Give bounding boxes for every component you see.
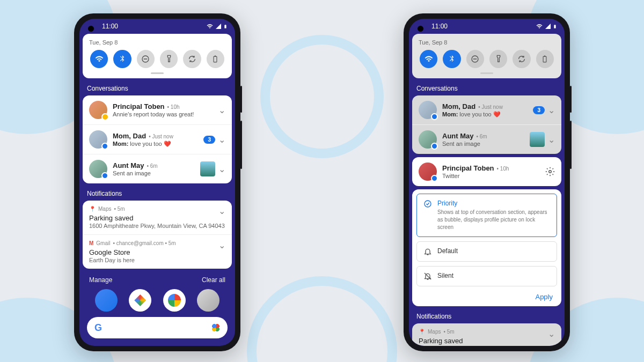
app-badge-icon [431,113,438,120]
chevron-down-icon[interactable]: ⌄ [548,105,555,115]
flashlight-tile[interactable] [160,50,178,68]
rotate-tile[interactable] [183,50,201,68]
conversation-item[interactable]: Aunt May• 6m Sent an image ⌄ [83,154,232,183]
app-badge-icon [431,175,438,182]
avatar [419,130,437,149]
svg-rect-2 [214,56,217,62]
wifi-icon [536,23,543,29]
avatar [89,130,107,149]
signal-icon [215,23,222,29]
wifi-tile[interactable] [420,50,437,68]
home-dock [79,288,235,317]
battery-icon [553,23,557,30]
rotate-tile[interactable] [513,50,530,68]
app-badge-icon [101,172,108,179]
status-bar: 11:00 [409,19,565,34]
image-thumbnail [530,132,545,147]
assistant-icon[interactable] [211,323,220,332]
conversation-item[interactable]: Mom, Dad• Just now Mom:love you too❤️ 3 … [83,125,232,154]
avatar [419,101,437,119]
notification-item[interactable]: MGmail• chance@gmail.com • 5m Google Sto… [83,235,232,269]
bell-off-icon [423,272,432,280]
chevron-down-icon[interactable]: ⌄ [218,135,225,145]
gear-icon[interactable] [545,167,555,176]
count-badge: 3 [203,136,215,144]
chevron-down-icon[interactable]: ⌄ [218,105,225,115]
messages-app-icon[interactable] [95,289,118,312]
priority-badge-icon [101,113,109,121]
image-thumbnail [200,161,215,176]
notification-item[interactable]: 📍Maps• 5m Parking saved 1600 Amphitheatr… [83,201,232,235]
count-badge: 3 [533,106,545,114]
battery-tile[interactable] [536,50,554,68]
battery-tile[interactable] [207,50,224,68]
notifications-card: 📍Maps• 5m Parking saved 1600 Amphitheatr… [83,201,232,269]
conversations-header: Conversations [79,82,235,95]
dnd-tile[interactable] [137,50,155,68]
flashlight-tile[interactable] [489,50,507,68]
clock: 11:00 [431,23,448,30]
silent-option[interactable]: Silent [416,266,557,286]
chevron-down-icon[interactable]: ⌄ [218,240,225,250]
phone-left: 11:00 Tue, Sep 8 Conversations Principal… [74,13,240,351]
google-logo-icon: G [94,322,102,334]
avatar [89,160,107,178]
bluetooth-tile[interactable] [113,50,131,68]
play-store-app-icon[interactable] [129,289,151,312]
app-badge-icon [101,143,108,150]
chevron-down-icon[interactable]: ⌄ [218,164,225,174]
priority-settings: Priority Shows at top of conversation se… [412,189,561,306]
chevron-down-icon[interactable]: ⌄ [218,206,225,216]
svg-rect-6 [543,56,546,62]
bluetooth-tile[interactable] [443,50,460,68]
conversations-card: Principal Toben• 10h Annie's report toda… [83,95,232,183]
conversation-item[interactable]: Principal Toben• 10h Twitter [412,157,561,186]
chevron-down-icon[interactable]: ⌄ [548,135,555,145]
maps-icon: 📍 [419,329,425,335]
manage-button[interactable]: Manage [89,276,112,284]
conversation-expanded: Principal Toben• 10h Twitter [412,157,561,186]
svg-point-8 [549,171,552,173]
maps-icon: 📍 [89,206,96,212]
quick-settings[interactable]: Tue, Sep 8 [83,34,232,78]
avatar [89,101,107,119]
dnd-tile[interactable] [466,50,484,68]
wifi-tile[interactable] [90,50,108,68]
clear-all-button[interactable]: Clear all [202,276,225,284]
status-bar: 11:00 [79,19,235,34]
notification-item[interactable]: 📍Maps• 5m Parking saved ⌄ [412,323,561,346]
conversations-card: Mom, Dad• Just now Mom:love you too❤️ 3 … [412,95,561,154]
camera-app-icon[interactable] [197,289,219,312]
conversations-header: Conversations [409,82,565,95]
priority-icon [423,200,432,231]
chrome-app-icon[interactable] [163,289,186,312]
bell-icon [423,247,432,256]
chevron-down-icon[interactable]: ⌄ [548,329,555,339]
avatar [419,162,437,181]
app-badge-icon [431,143,438,150]
heart-icon: ❤️ [164,141,171,147]
priority-option[interactable]: Priority Shows at top of conversation se… [416,194,557,237]
conversation-item[interactable]: Aunt May• 6m Sent an image ⌄ [412,125,561,154]
apply-button[interactable]: Apply [416,291,557,302]
qs-date: Tue, Sep 8 [89,39,225,46]
conversation-item[interactable]: Principal Toben• 10h Annie's report toda… [83,95,232,125]
phone-right: 11:00 Tue, Sep 8 Conversations Mom, Dad•… [404,13,570,351]
drag-handle[interactable] [151,72,164,74]
svg-point-9 [425,201,431,207]
quick-settings[interactable]: Tue, Sep 8 [412,34,561,78]
gmail-icon: M [89,240,93,246]
search-bar[interactable]: G [87,317,228,338]
wifi-icon [206,23,214,29]
heart-icon: ❤️ [493,111,501,118]
default-option[interactable]: Default [416,241,557,262]
notifications-header: Notifications [79,187,235,201]
notifications-header: Notifications [409,309,565,323]
battery-icon [223,23,228,30]
signal-icon [545,23,551,29]
clock: 11:00 [102,23,118,30]
notifications-card: 📍Maps• 5m Parking saved ⌄ [412,323,561,346]
drag-handle[interactable] [480,72,493,74]
conversation-item[interactable]: Mom, Dad• Just now Mom:love you too❤️ 3 … [412,95,561,125]
qs-date: Tue, Sep 8 [419,39,555,46]
